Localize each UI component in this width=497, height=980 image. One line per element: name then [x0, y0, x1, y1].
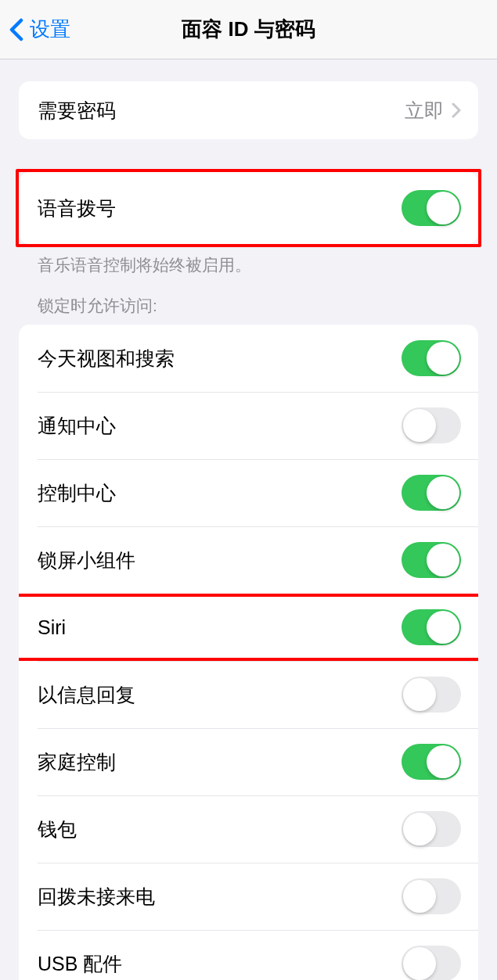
lock-access-toggle[interactable] [402, 677, 461, 713]
nav-bar: 设置 面容 ID 与密码 [0, 0, 497, 59]
toggle-knob [427, 611, 459, 644]
voice-dial-label: 语音拨号 [38, 196, 116, 221]
lock-access-label: USB 配件 [38, 951, 122, 977]
voice-dial-group: 语音拨号 [19, 172, 478, 244]
lock-access-toggle[interactable] [402, 475, 461, 511]
lock-access-row: 以信息回复 [19, 661, 478, 728]
lock-access-toggle[interactable] [402, 878, 461, 914]
lock-access-row: USB 配件 [19, 930, 478, 980]
lock-access-label: 控制中心 [38, 480, 116, 506]
toggle-knob [403, 409, 436, 442]
lock-access-toggle[interactable] [402, 946, 461, 980]
toggle-knob [403, 880, 436, 913]
back-label: 设置 [30, 16, 70, 43]
toggle-knob [403, 678, 436, 711]
lock-access-toggle[interactable] [402, 542, 461, 578]
voice-dial-row: 语音拨号 [19, 172, 478, 244]
back-button[interactable]: 设置 [0, 16, 70, 43]
lock-access-toggle[interactable] [402, 609, 461, 645]
lock-access-label: 通知中心 [38, 413, 116, 439]
lock-access-toggle[interactable] [402, 811, 461, 847]
toggle-knob [427, 476, 459, 509]
lock-access-row: 回拨未接来电 [19, 863, 478, 930]
toggle-knob [427, 342, 459, 375]
lock-access-row: 通知中心 [19, 392, 478, 459]
row-value-wrap: 立即 [405, 98, 461, 124]
voice-dial-toggle[interactable] [402, 190, 461, 226]
require-passcode-label: 需要密码 [38, 98, 116, 124]
toggle-knob [427, 544, 459, 576]
lock-access-row: 控制中心 [19, 459, 478, 526]
lock-access-row: Siri [19, 594, 478, 661]
toggle-knob [427, 192, 459, 224]
lock-access-toggle[interactable] [402, 407, 461, 443]
require-passcode-group: 需要密码 立即 [19, 81, 478, 139]
lock-access-toggle[interactable] [402, 340, 461, 376]
toggle-knob [427, 745, 459, 778]
lock-access-row: 锁屏小组件 [19, 526, 478, 594]
toggle-knob [403, 813, 436, 845]
voice-dial-footer: 音乐语音控制将始终被启用。 [19, 244, 478, 276]
toggle-knob [403, 947, 436, 980]
lock-access-label: 钱包 [38, 817, 77, 842]
chevron-left-icon [9, 18, 23, 41]
lock-access-label: 以信息回复 [38, 682, 135, 708]
lock-access-row: 钱包 [19, 795, 478, 863]
lock-access-label: 锁屏小组件 [38, 547, 135, 573]
lock-access-group: 今天视图和搜索通知中心控制中心锁屏小组件Siri以信息回复家庭控制钱包回拨未接来… [19, 325, 478, 980]
lock-access-label: Siri [38, 616, 66, 639]
lock-access-toggle[interactable] [402, 744, 461, 780]
lock-access-label: 今天视图和搜索 [38, 346, 175, 372]
lock-access-row: 家庭控制 [19, 728, 478, 795]
chevron-right-icon [452, 102, 461, 118]
page-title: 面容 ID 与密码 [182, 16, 315, 43]
require-passcode-row[interactable]: 需要密码 立即 [19, 81, 478, 139]
lock-access-header: 锁定时允许访问: [19, 276, 478, 325]
require-passcode-value: 立即 [405, 98, 444, 124]
lock-access-row: 今天视图和搜索 [19, 325, 478, 392]
lock-access-label: 家庭控制 [38, 749, 116, 775]
lock-access-label: 回拨未接来电 [38, 884, 155, 910]
